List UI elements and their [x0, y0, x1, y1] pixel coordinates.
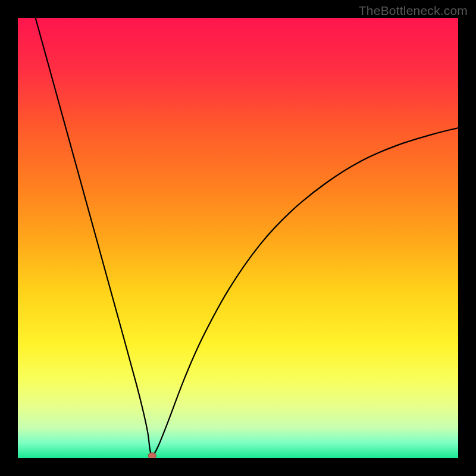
- chart-plot-area: [18, 18, 458, 458]
- chart-frame: TheBottleneck.com: [0, 0, 476, 476]
- minimum-point-marker: [148, 453, 156, 458]
- chart-svg: [18, 18, 458, 458]
- watermark-text: TheBottleneck.com: [359, 4, 468, 18]
- chart-background-gradient: [18, 18, 458, 458]
